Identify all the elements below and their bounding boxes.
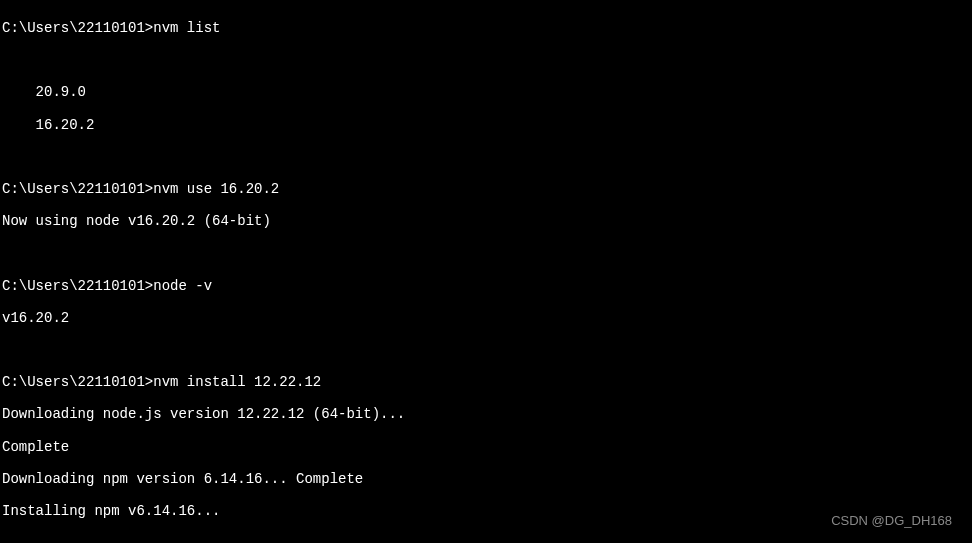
- output-line: 16.20.2: [2, 117, 970, 133]
- output-line: Complete: [2, 439, 970, 455]
- output-line: [2, 149, 970, 165]
- output-line: v16.20.2: [2, 310, 970, 326]
- output-line: 20.9.0: [2, 84, 970, 100]
- output-line: [2, 52, 970, 68]
- output-line: [2, 245, 970, 261]
- prompt: C:\Users\22110101>: [2, 20, 153, 36]
- command-input: node -v: [153, 278, 212, 294]
- output-line: Installing npm v6.14.16...: [2, 503, 970, 519]
- command-input: nvm list: [153, 20, 220, 36]
- output-line: [2, 342, 970, 358]
- output-line: Downloading node.js version 12.22.12 (64…: [2, 406, 970, 422]
- output-line: Downloading npm version 6.14.16... Compl…: [2, 471, 970, 487]
- command-input: nvm use 16.20.2: [153, 181, 279, 197]
- command-input: nvm install 12.22.12: [153, 374, 321, 390]
- watermark: CSDN @DG_DH168: [831, 514, 952, 529]
- output-line: Now using node v16.20.2 (64-bit): [2, 213, 970, 229]
- prompt: C:\Users\22110101>: [2, 181, 153, 197]
- terminal-output[interactable]: C:\Users\22110101>nvm list 20.9.0 16.20.…: [2, 4, 970, 543]
- output-line: [2, 535, 970, 543]
- prompt: C:\Users\22110101>: [2, 278, 153, 294]
- prompt: C:\Users\22110101>: [2, 374, 153, 390]
